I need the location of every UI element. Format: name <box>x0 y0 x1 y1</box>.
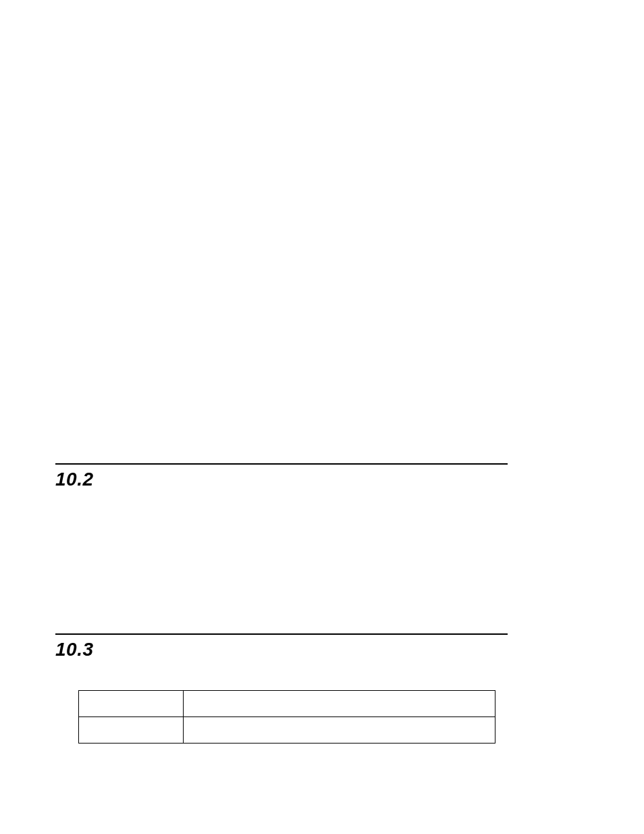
section-rule <box>55 463 508 465</box>
table <box>78 690 495 744</box>
page: 10.2 10.3 <box>0 0 644 834</box>
table-cell <box>184 717 495 744</box>
section-number-10-2: 10.2 <box>55 469 94 490</box>
table-cell <box>79 691 184 717</box>
section-rule <box>55 633 508 635</box>
table-cell <box>184 691 495 717</box>
table-cell <box>79 717 184 744</box>
section-number-10-3: 10.3 <box>55 639 94 660</box>
table-row <box>79 691 495 717</box>
table-row <box>79 717 495 744</box>
